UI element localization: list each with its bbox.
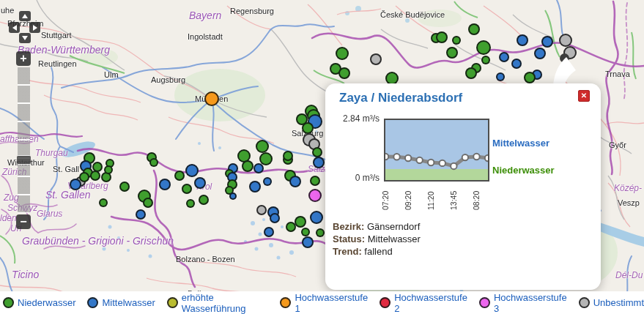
station-marker[interactable]: [136, 209, 146, 220]
pan-right-button[interactable]: [29, 22, 40, 33]
station-marker[interactable]: [302, 236, 314, 248]
chart-ymin-label: 0 m³/s: [325, 173, 380, 183]
station-marker[interactable]: [310, 176, 320, 186]
zoom-out-button[interactable]: −: [16, 214, 31, 229]
chart-xtick-label: 08:20: [472, 181, 481, 210]
detail-value: Gänserndorf: [367, 221, 420, 232]
station-marker[interactable]: [253, 163, 264, 173]
station-marker[interactable]: [90, 171, 100, 181]
station-marker[interactable]: [511, 59, 522, 69]
legend-item-n: Niederwasser: [3, 297, 75, 308]
station-marker[interactable]: [256, 140, 269, 153]
station-marker[interactable]: [499, 52, 509, 62]
detail-label: Bezirk:: [333, 221, 364, 232]
station-marker[interactable]: [289, 176, 301, 187]
legend-status-dot: [579, 297, 590, 308]
zoom-slider-handle[interactable]: [17, 155, 31, 165]
legend-status-dot: [167, 297, 178, 308]
legend-label: Mittelwasser: [102, 297, 155, 308]
arrow-up-icon: [22, 14, 28, 18]
zoom-slider-track[interactable]: [18, 67, 30, 213]
legend-status-dot: [87, 297, 98, 308]
station-popup: Zaya / Niederabsdorf ✕ 2.84 m³/s 0 m³/s …: [325, 83, 601, 290]
station-marker[interactable]: [204, 91, 219, 106]
station-marker[interactable]: [316, 228, 325, 237]
detail-label: Status:: [333, 233, 365, 244]
legend-label: Niederwasser: [18, 297, 75, 308]
station-marker[interactable]: [264, 227, 274, 237]
station-marker[interactable]: [312, 147, 322, 157]
station-marker[interactable]: [496, 72, 505, 81]
legend-label: Hochwasserstufe 3: [494, 292, 567, 314]
chart-ymax-label: 2.84 m³/s: [325, 113, 380, 124]
station-marker[interactable]: [283, 151, 293, 161]
pan-up-button[interactable]: [19, 11, 31, 21]
arrow-right-icon: [33, 25, 37, 31]
detail-label: Trend:: [333, 246, 362, 257]
station-marker[interactable]: [256, 205, 267, 215]
arrow-down-icon: [22, 36, 28, 40]
station-marker[interactable]: [517, 34, 528, 46]
station-marker[interactable]: [336, 47, 349, 60]
station-marker[interactable]: [99, 198, 108, 207]
station-marker[interactable]: [174, 171, 185, 181]
pan-down-button[interactable]: [19, 33, 31, 43]
station-marker[interactable]: [199, 195, 209, 205]
station-marker[interactable]: [229, 192, 237, 200]
zone-label-niederwasser: Niederwasser: [492, 165, 555, 176]
legend-item-p: Hochwasserstufe 3: [479, 292, 567, 314]
station-marker[interactable]: [524, 72, 536, 83]
station-marker[interactable]: [302, 122, 314, 134]
zoom-in-button[interactable]: +: [16, 51, 31, 66]
station-marker[interactable]: [308, 189, 322, 202]
station-marker[interactable]: [104, 165, 113, 174]
station-marker[interactable]: [446, 47, 458, 59]
station-marker[interactable]: [481, 56, 490, 64]
station-marker[interactable]: [186, 199, 195, 208]
station-marker[interactable]: [119, 182, 130, 192]
legend-item-m: Mittelwasser: [87, 297, 155, 308]
station-marker[interactable]: [301, 228, 310, 236]
station-marker[interactable]: [249, 181, 261, 192]
station-marker[interactable]: [242, 160, 253, 172]
station-marker[interactable]: [452, 36, 461, 45]
popup-title: Zaya / Niederabsdorf: [339, 91, 462, 105]
station-marker[interactable]: [270, 213, 280, 223]
station-marker[interactable]: [370, 53, 382, 65]
chart-xtick-label: 09:20: [404, 181, 412, 210]
station-marker[interactable]: [143, 198, 153, 208]
station-marker[interactable]: [310, 211, 323, 224]
station-marker[interactable]: [149, 158, 158, 167]
legend-item-u: Unbestimmt: [579, 297, 644, 308]
arrow-left-icon: [12, 25, 17, 31]
station-marker[interactable]: [79, 172, 89, 182]
legend-label: Hochwasserstufe 1: [295, 292, 368, 314]
station-marker[interactable]: [263, 177, 272, 186]
detail-status: Status: Mittelwasser: [333, 233, 421, 244]
close-icon[interactable]: ✕: [578, 90, 590, 102]
status-legend: NiederwasserMittelwassererhöhte Wasserfü…: [0, 291, 644, 314]
station-marker[interactable]: [159, 179, 171, 190]
station-marker[interactable]: [286, 222, 296, 232]
station-marker[interactable]: [259, 152, 273, 165]
station-marker[interactable]: [182, 184, 192, 194]
pan-left-button[interactable]: [9, 22, 20, 33]
station-marker[interactable]: [465, 67, 477, 79]
station-marker[interactable]: [559, 34, 572, 47]
station-marker[interactable]: [541, 36, 553, 48]
zone-label-mittelwasser: Mittelwasser: [492, 138, 549, 149]
legend-item-r: Hochwasserstufe 2: [380, 292, 467, 314]
station-marker[interactable]: [295, 216, 306, 228]
station-marker[interactable]: [468, 23, 480, 35]
legend-label: Hochwasserstufe 2: [394, 292, 467, 314]
station-marker[interactable]: [476, 40, 491, 55]
hydro-map-app: uhePforzheimStuttgartBaden-WürttembergRe…: [0, 0, 644, 314]
station-marker[interactable]: [436, 31, 448, 43]
station-marker[interactable]: [338, 67, 350, 79]
station-marker[interactable]: [194, 177, 206, 189]
station-marker[interactable]: [185, 164, 199, 177]
legend-status-dot: [3, 297, 14, 308]
legend-item-o: Hochwasserstufe 1: [280, 292, 368, 314]
station-marker[interactable]: [313, 157, 325, 168]
station-marker[interactable]: [92, 162, 103, 172]
